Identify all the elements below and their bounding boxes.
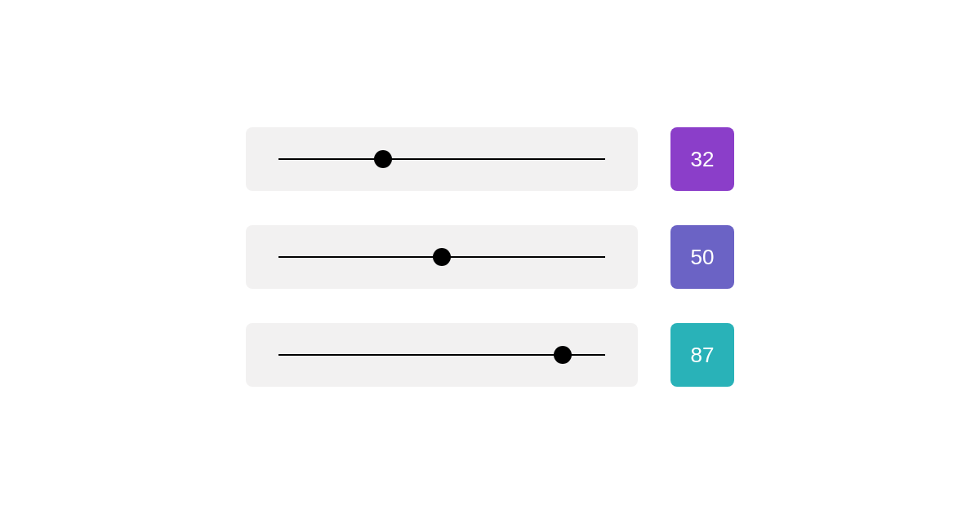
slider-thumb[interactable] <box>433 248 451 266</box>
slider-thumb[interactable] <box>374 150 392 168</box>
slider-track <box>278 354 605 357</box>
slider-3[interactable] <box>246 323 638 387</box>
slider-track <box>278 256 605 259</box>
sliders-container: 32 50 87 <box>246 127 734 387</box>
slider-1[interactable] <box>246 127 638 191</box>
slider-value-badge-3: 87 <box>670 323 734 387</box>
slider-row-1: 32 <box>246 127 734 191</box>
slider-value: 50 <box>691 245 715 270</box>
slider-track <box>278 158 605 161</box>
slider-value-badge-2: 50 <box>670 225 734 289</box>
slider-value-badge-1: 32 <box>670 127 734 191</box>
slider-thumb[interactable] <box>554 346 572 364</box>
slider-value: 32 <box>691 147 715 172</box>
slider-row-2: 50 <box>246 225 734 289</box>
slider-row-3: 87 <box>246 323 734 387</box>
slider-value: 87 <box>691 343 715 368</box>
slider-2[interactable] <box>246 225 638 289</box>
